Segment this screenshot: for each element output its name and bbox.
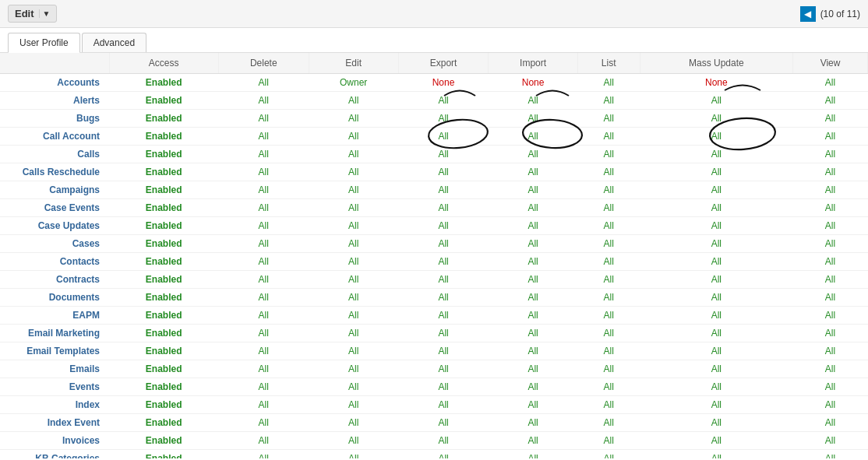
cell-import[interactable]: All	[489, 217, 577, 235]
cell-massupdate[interactable]: All	[640, 450, 792, 459]
cell-view[interactable]: All	[793, 378, 868, 396]
cell-edit[interactable]: All	[309, 235, 398, 253]
cell-access[interactable]: Enabled	[109, 378, 218, 396]
cell-export[interactable]: All	[398, 253, 489, 271]
cell-delete[interactable]: All	[218, 128, 309, 146]
cell-view[interactable]: All	[793, 342, 868, 360]
tab-user-profile[interactable]: User Profile	[8, 33, 80, 53]
cell-massupdate[interactable]: All	[640, 378, 792, 396]
cell-list[interactable]: All	[577, 342, 640, 360]
cell-access[interactable]: Enabled	[109, 92, 218, 110]
cell-view[interactable]: All	[793, 92, 868, 110]
cell-access[interactable]: Enabled	[109, 414, 218, 432]
cell-access[interactable]: Enabled	[109, 396, 218, 414]
cell-delete[interactable]: All	[218, 289, 309, 307]
cell-export[interactable]: All	[398, 360, 489, 378]
cell-list[interactable]: All	[577, 289, 640, 307]
cell-export[interactable]: All	[398, 163, 489, 181]
cell-delete[interactable]: All	[218, 181, 309, 199]
cell-access[interactable]: Enabled	[109, 199, 218, 217]
cell-edit[interactable]: All	[309, 289, 398, 307]
cell-view[interactable]: All	[793, 146, 868, 163]
cell-edit[interactable]: All	[309, 378, 398, 396]
cell-list[interactable]: All	[577, 414, 640, 432]
cell-edit[interactable]: All	[309, 432, 398, 450]
cell-delete[interactable]: All	[218, 360, 309, 378]
cell-access[interactable]: Enabled	[109, 342, 218, 360]
cell-export[interactable]: All	[398, 181, 489, 199]
cell-view[interactable]: All	[793, 396, 868, 414]
cell-export[interactable]: All	[398, 450, 489, 459]
cell-view[interactable]: All	[793, 307, 868, 325]
edit-dropdown-caret[interactable]: ▼	[39, 9, 50, 18]
cell-massupdate[interactable]: All	[640, 217, 792, 235]
cell-export[interactable]: All	[398, 396, 489, 414]
cell-access[interactable]: Enabled	[109, 181, 218, 199]
cell-edit[interactable]: Owner	[309, 74, 398, 92]
cell-access[interactable]: Enabled	[109, 360, 218, 378]
cell-list[interactable]: All	[577, 128, 640, 146]
cell-edit[interactable]: All	[309, 181, 398, 199]
cell-delete[interactable]: All	[218, 396, 309, 414]
cell-edit[interactable]: All	[309, 253, 398, 271]
cell-export[interactable]: All	[398, 271, 489, 289]
cell-edit[interactable]: All	[309, 414, 398, 432]
cell-edit[interactable]: All	[309, 342, 398, 360]
cell-import[interactable]: All	[489, 181, 577, 199]
cell-list[interactable]: All	[577, 378, 640, 396]
cell-access[interactable]: Enabled	[109, 289, 218, 307]
cell-export[interactable]: All	[398, 307, 489, 325]
cell-view[interactable]: All	[793, 360, 868, 378]
cell-edit[interactable]: All	[309, 128, 398, 146]
cell-list[interactable]: All	[577, 307, 640, 325]
cell-massupdate[interactable]: All	[640, 92, 792, 110]
cell-list[interactable]: All	[577, 217, 640, 235]
cell-list[interactable]: All	[577, 432, 640, 450]
cell-import[interactable]: All	[489, 110, 577, 128]
cell-massupdate[interactable]: All	[640, 146, 792, 163]
cell-import[interactable]: All	[489, 146, 577, 163]
cell-massupdate[interactable]: All	[640, 414, 792, 432]
cell-delete[interactable]: All	[218, 146, 309, 163]
cell-delete[interactable]: All	[218, 199, 309, 217]
cell-delete[interactable]: All	[218, 163, 309, 181]
cell-import[interactable]: All	[489, 128, 577, 146]
cell-import[interactable]: All	[489, 163, 577, 181]
cell-massupdate[interactable]: All	[640, 199, 792, 217]
cell-delete[interactable]: All	[218, 432, 309, 450]
cell-export[interactable]: All	[398, 289, 489, 307]
cell-list[interactable]: All	[577, 110, 640, 128]
cell-import[interactable]: All	[489, 199, 577, 217]
cell-import[interactable]: All	[489, 289, 577, 307]
cell-view[interactable]: All	[793, 253, 868, 271]
cell-import[interactable]: All	[489, 235, 577, 253]
cell-view[interactable]: All	[793, 450, 868, 459]
cell-list[interactable]: All	[577, 74, 640, 92]
cell-edit[interactable]: All	[309, 360, 398, 378]
cell-list[interactable]: All	[577, 271, 640, 289]
cell-massupdate[interactable]: All	[640, 342, 792, 360]
cell-list[interactable]: All	[577, 235, 640, 253]
cell-access[interactable]: Enabled	[109, 253, 218, 271]
cell-delete[interactable]: All	[218, 253, 309, 271]
cell-edit[interactable]: All	[309, 163, 398, 181]
cell-massupdate[interactable]: All	[640, 163, 792, 181]
cell-list[interactable]: All	[577, 181, 640, 199]
cell-massupdate[interactable]: All	[640, 110, 792, 128]
cell-access[interactable]: Enabled	[109, 110, 218, 128]
cell-massupdate[interactable]: All	[640, 396, 792, 414]
cell-massupdate[interactable]: All	[640, 325, 792, 342]
cell-edit[interactable]: All	[309, 92, 398, 110]
cell-import[interactable]: All	[489, 342, 577, 360]
cell-delete[interactable]: All	[218, 235, 309, 253]
cell-edit[interactable]: All	[309, 325, 398, 342]
cell-import[interactable]: All	[489, 271, 577, 289]
cell-import[interactable]: All	[489, 432, 577, 450]
cell-access[interactable]: Enabled	[109, 450, 218, 459]
cell-list[interactable]: All	[577, 396, 640, 414]
cell-delete[interactable]: All	[218, 450, 309, 459]
cell-access[interactable]: Enabled	[109, 271, 218, 289]
tab-advanced[interactable]: Advanced	[82, 33, 146, 52]
cell-view[interactable]: All	[793, 128, 868, 146]
cell-delete[interactable]: All	[218, 110, 309, 128]
